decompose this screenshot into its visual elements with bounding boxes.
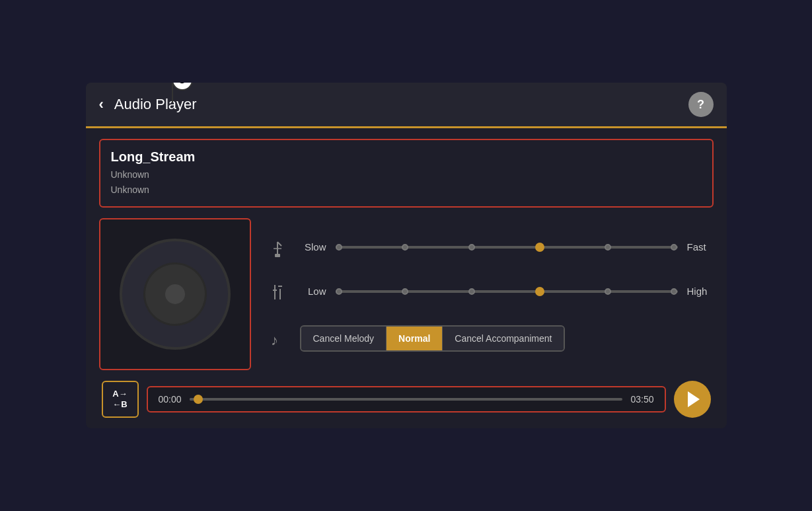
ab-repeat-button[interactable]: A→←B	[102, 381, 139, 418]
vocal-normal-button[interactable]: Normal	[387, 327, 443, 350]
pitch-dot-5	[605, 288, 611, 295]
controls-panel: Slow Fast	[264, 218, 714, 370]
tempo-slider-dots	[336, 243, 678, 252]
back-button[interactable]: ‹	[99, 96, 104, 113]
pitch-icon	[264, 281, 291, 302]
pitch-slider[interactable]	[336, 290, 678, 293]
play-icon	[688, 391, 700, 407]
page-title: Audio Player	[114, 96, 197, 113]
pitch-dot-4	[535, 287, 544, 296]
main-content: Long_Stream Unknown Unknown	[86, 128, 727, 428]
vocal-icon: ♪	[264, 328, 291, 349]
pitch-slider-dots	[336, 287, 678, 296]
progress-bar-panel: 00:00 03:50	[147, 386, 666, 413]
pitch-label-high: High	[687, 286, 714, 297]
pitch-label-low: Low	[300, 286, 326, 297]
vocal-cancel-melody-button[interactable]: Cancel Melody	[301, 327, 387, 350]
tempo-label-slow: Slow	[300, 241, 326, 253]
header-left: ‹ Audio Player	[99, 96, 197, 113]
vinyl-center	[165, 284, 185, 304]
tempo-dot-4	[535, 243, 544, 252]
tempo-slider[interactable]	[336, 246, 678, 249]
audio-player-window: ① ‹ Audio Player ? Long_Stream Unknown U…	[86, 83, 727, 428]
track-album: Unknown	[111, 182, 702, 197]
tempo-dot-3	[468, 244, 475, 251]
progress-knob[interactable]	[194, 395, 203, 404]
track-artist: Unknown	[111, 167, 702, 182]
tempo-label-fast: Fast	[687, 241, 714, 253]
total-time: 03:50	[630, 394, 653, 405]
tempo-dot-1	[336, 244, 342, 251]
bottom-bar: A→←B 00:00 03:50	[99, 381, 714, 418]
pitch-dot-2	[402, 288, 408, 295]
track-info-panel: Long_Stream Unknown Unknown	[99, 139, 714, 208]
play-button[interactable]	[674, 381, 711, 418]
vocal-cancel-accompaniment-button[interactable]: Cancel Accompaniment	[443, 327, 564, 350]
track-title: Long_Stream	[111, 149, 702, 165]
svg-rect-2	[275, 254, 280, 257]
vocal-mode-buttons: Cancel Melody Normal Cancel Accompanimen…	[300, 325, 566, 352]
pitch-dot-6	[671, 288, 677, 295]
tempo-dot-6	[671, 244, 677, 251]
pitch-row: Low High	[264, 281, 714, 302]
tempo-row: Slow Fast	[264, 237, 714, 258]
progress-bar[interactable]	[190, 398, 623, 401]
annotation-1: ①	[172, 83, 173, 102]
tempo-dot-5	[605, 244, 611, 251]
tempo-dot-2	[402, 244, 408, 251]
vocal-mode-row: ♪ Cancel Melody Normal Cancel Accompanim…	[264, 325, 714, 352]
album-art	[99, 218, 251, 370]
help-button[interactable]: ?	[688, 92, 714, 117]
ab-button-label: A→←B	[112, 389, 127, 409]
pitch-dot-3	[468, 288, 475, 295]
current-time: 00:00	[159, 394, 182, 405]
vinyl-inner	[145, 264, 205, 324]
vinyl-outer	[122, 241, 228, 347]
svg-text:♪: ♪	[271, 332, 278, 348]
pitch-dot-1	[336, 288, 342, 295]
middle-section: Slow Fast	[99, 218, 714, 370]
tempo-icon	[264, 237, 291, 258]
